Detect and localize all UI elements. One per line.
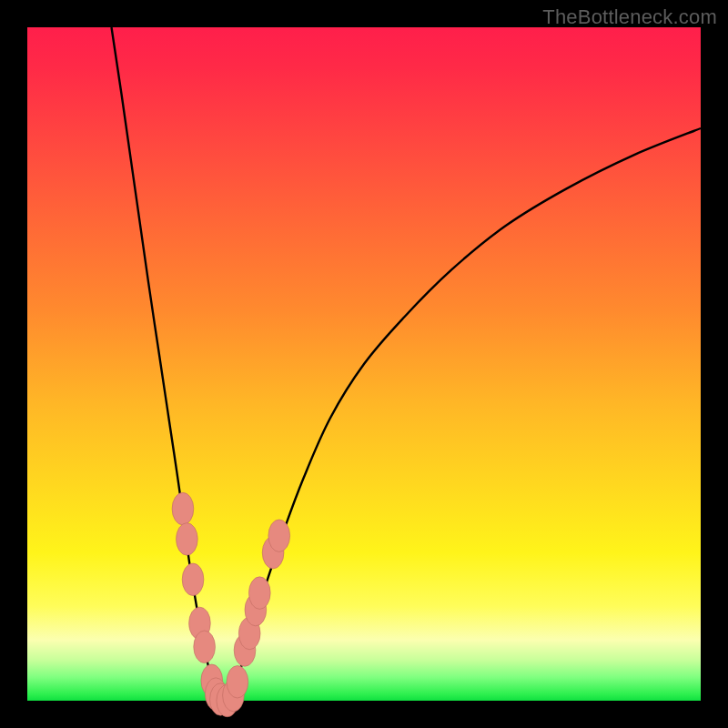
- watermark-text: TheBottleneck.com: [542, 5, 717, 29]
- marker-point: [268, 520, 290, 552]
- marker-point: [177, 523, 198, 556]
- marker-point: [182, 563, 204, 596]
- marker-group: [172, 492, 290, 716]
- chart-svg: [27, 27, 701, 701]
- chart-frame: TheBottleneck.com: [0, 0, 728, 728]
- marker-point: [194, 631, 216, 663]
- marker-point: [172, 492, 194, 525]
- chart-plot-area: [27, 27, 701, 701]
- curve-right-branch: [230, 128, 701, 699]
- curve-left-branch: [112, 27, 217, 699]
- marker-point: [227, 666, 248, 699]
- marker-point: [248, 577, 270, 610]
